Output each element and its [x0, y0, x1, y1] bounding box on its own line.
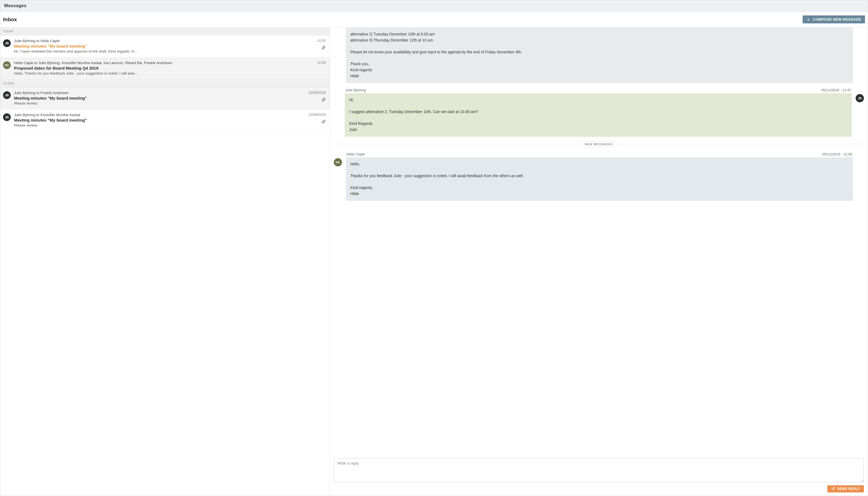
message-time: 22/05/2019 — [308, 113, 326, 117]
bubble-timestamp: 05/11/2019 - 12:47 — [821, 88, 851, 92]
message-time: 12:50 — [317, 61, 326, 65]
list-group-header: TODAY — [0, 28, 329, 35]
message-from: Julie Byhring to Fredrik Andresen — [14, 91, 326, 95]
message-from: Julie Byhring to Kristoffer Munthe Aasbø — [14, 113, 326, 117]
reply-actions: SEND REPLY — [334, 485, 864, 493]
new-messages-divider: NEW MESSAGES — [334, 142, 864, 146]
message-item-body: Julie Byhring to Fredrik AndresenMeeting… — [14, 91, 326, 105]
message-preview: Please review. — [14, 123, 326, 127]
bubble-header: Hilde Caple05/11/2019 - 12:50 — [346, 152, 853, 157]
main-area: TODAYJBJulie Byhring to Hilde CapleMeeti… — [0, 28, 868, 496]
send-reply-label: SEND REPLY — [837, 487, 860, 491]
message-list-item[interactable]: HCHilde Caple to Julie Byhring, Kristoff… — [0, 58, 329, 79]
bubble-body: Hi, I suggest alternative 2, Tuesday Dec… — [345, 93, 852, 137]
bubble-header: Julie Byhring05/11/2019 - 12:47 — [345, 88, 852, 93]
bubble-wrap: Julie Byhring05/11/2019 - 12:47Hi, I sug… — [345, 88, 852, 137]
bubble-wrap: Hilde Caple05/11/2019 - 12:50Hello, Than… — [346, 152, 853, 201]
app-root: Messages Inbox ＋ COMPOSE NEW MESSAGE TOD… — [0, 0, 868, 496]
avatar: JB — [3, 113, 11, 121]
message-preview: Hello, Thanks for you feedback Julie - y… — [14, 71, 326, 75]
message-time: 22/05/2019 — [308, 91, 326, 95]
message-preview: Hi, I have reviewed the minutes and appr… — [14, 49, 326, 53]
message-preview: Please review. — [14, 101, 326, 105]
message-item-body: Julie Byhring to Kristoffer Munthe Aasbø… — [14, 113, 326, 127]
thread-message-row: alternative 2) Tuesday December 10th at … — [334, 28, 864, 83]
send-icon — [831, 487, 835, 491]
message-from: Julie Byhring to Hilde Caple — [14, 39, 326, 43]
list-group-header: OLDER — [0, 79, 329, 88]
reply-input[interactable] — [334, 458, 864, 482]
paperclip-icon — [321, 119, 326, 124]
thread-pane: alternative 2) Tuesday December 10th at … — [330, 28, 868, 496]
message-item-body: Hilde Caple to Julie Byhring, Kristoffer… — [14, 61, 326, 75]
plus-icon: ＋ — [806, 18, 810, 21]
divider-label: NEW MESSAGES — [580, 141, 617, 147]
message-subject: Proposed dates for Board Meeting Q4 2019 — [14, 66, 326, 71]
message-item-body: Julie Byhring to Hilde CapleMeeting minu… — [14, 39, 326, 53]
avatar: HC — [334, 158, 342, 167]
thread-message-row: Julie Byhring05/11/2019 - 12:47Hi, I sug… — [334, 88, 864, 137]
paperclip-icon — [321, 45, 326, 50]
message-list-item[interactable]: JBJulie Byhring to Hilde CapleMeeting mi… — [0, 35, 329, 58]
page-title: Messages — [4, 3, 864, 9]
bubble-body: Hello, Thanks for you feedback Julie - y… — [346, 157, 853, 201]
send-reply-button[interactable]: SEND REPLY — [827, 485, 864, 493]
bubble-sender: Hilde Caple — [347, 152, 365, 156]
thread-message-row: HCHilde Caple05/11/2019 - 12:50Hello, Th… — [334, 152, 864, 201]
compose-button-label: COMPOSE NEW MESSAGE — [813, 17, 861, 21]
paperclip-icon — [321, 97, 326, 102]
bubble-body: alternative 2) Tuesday December 10th at … — [346, 28, 853, 83]
avatar: JB — [3, 39, 11, 47]
message-from: Hilde Caple to Julie Byhring, Kristoffer… — [14, 61, 326, 65]
inbox-title: Inbox — [3, 16, 17, 22]
message-subject: Meeting minutes "My board meeting" — [14, 96, 326, 100]
reply-area: SEND REPLY — [330, 455, 868, 496]
message-subject: Meeting minutes "My board meeting" — [14, 118, 326, 122]
message-list[interactable]: TODAYJBJulie Byhring to Hilde CapleMeeti… — [0, 28, 330, 496]
avatar: HC — [3, 61, 11, 69]
message-list-item[interactable]: JBJulie Byhring to Fredrik AndresenMeeti… — [0, 88, 329, 109]
message-list-item[interactable]: JBJulie Byhring to Kristoffer Munthe Aas… — [0, 109, 329, 131]
bubble-sender: Julie Byhring — [345, 88, 366, 92]
avatar: JB — [856, 94, 864, 102]
compose-button[interactable]: ＋ COMPOSE NEW MESSAGE — [803, 15, 865, 24]
message-time: 12:52 — [317, 39, 326, 43]
bubble-wrap: alternative 2) Tuesday December 10th at … — [346, 28, 853, 83]
topbar: Messages — [0, 0, 868, 12]
bubble-timestamp: 05/11/2019 - 12:50 — [822, 152, 852, 156]
subheader: Inbox ＋ COMPOSE NEW MESSAGE — [0, 12, 868, 28]
thread-scroll[interactable]: alternative 2) Tuesday December 10th at … — [330, 28, 868, 455]
avatar: JB — [3, 91, 11, 99]
message-subject: Meeting minutes "My board meeting" — [14, 44, 326, 48]
